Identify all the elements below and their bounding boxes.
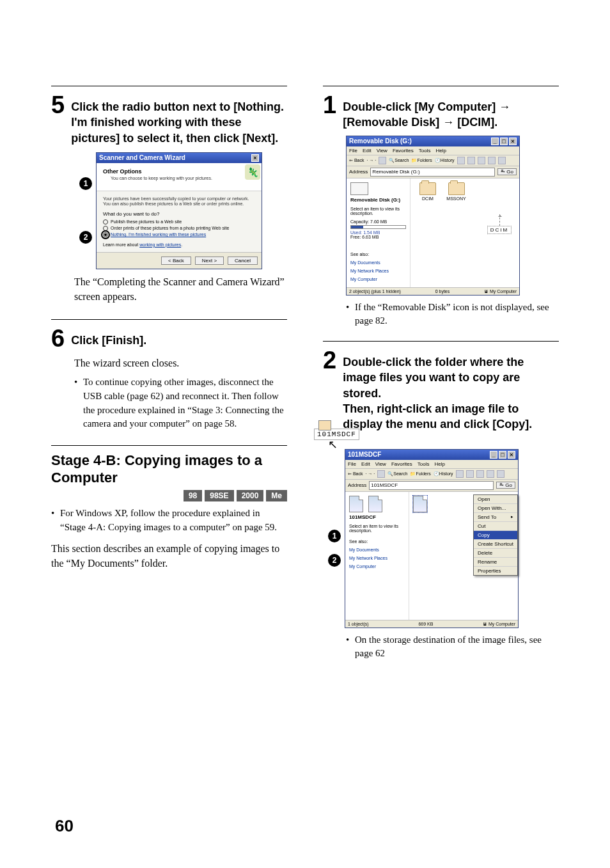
explorer2-wrap: 1 2 101MSDCF ↖ 101MSDCF _ □ × File Edit xyxy=(328,449,559,628)
step-1-note: If the “Removable Disk” icon is not disp… xyxy=(346,301,559,329)
free-label: Free: 6.63 MB xyxy=(350,235,406,239)
see-also-label: See also: xyxy=(349,539,405,544)
toolbar-icon[interactable] xyxy=(488,157,496,164)
cancel-button[interactable]: Cancel xyxy=(228,256,258,265)
link-mycomputer[interactable]: My Computer xyxy=(349,564,405,569)
maximize-icon[interactable]: □ xyxy=(499,451,506,459)
explorer2-left-pane: 101MSDCF Select an item to view its desc… xyxy=(345,492,409,620)
link-network[interactable]: My Network Places xyxy=(349,556,405,560)
menu-item[interactable]: Favorites xyxy=(391,461,412,467)
go-button[interactable]: ⥱ Go xyxy=(497,168,517,175)
menu-item[interactable]: Tools xyxy=(418,461,430,467)
next-button[interactable]: Next > xyxy=(195,256,224,265)
minimize-icon[interactable]: _ xyxy=(491,138,499,145)
dcim-label: DCIM xyxy=(487,226,512,234)
up-icon[interactable] xyxy=(377,470,385,478)
ctx-delete[interactable]: Delete xyxy=(474,549,517,558)
menu-item[interactable]: Edit xyxy=(361,461,370,467)
wizard-button-row: < Back Next > Cancel xyxy=(97,252,262,269)
toolbar-icon[interactable] xyxy=(457,157,465,164)
toolbar-icon[interactable] xyxy=(467,157,475,164)
menu-item[interactable]: View xyxy=(377,148,387,154)
maximize-icon[interactable]: □ xyxy=(500,138,508,145)
explorer2-window: 101MSDCF _ □ × File Edit View Favorites … xyxy=(345,449,519,628)
wizard-screenshot-wrap: 1 2 Scanner and Camera Wizard × 🦎 Other … xyxy=(79,152,287,269)
step-6-note: To continue copying other images, discon… xyxy=(74,375,287,431)
radio-order[interactable]: Order prints of these pictures from a ph… xyxy=(103,226,255,231)
image-file-selected[interactable] xyxy=(413,496,427,512)
address-input[interactable] xyxy=(369,481,494,490)
ctx-sendto[interactable]: Send To xyxy=(474,513,517,522)
close-icon[interactable]: × xyxy=(509,138,517,145)
folder-mssony[interactable]: MSSONY xyxy=(443,182,470,201)
explorer2-menubar: File Edit View Favorites Tools Help xyxy=(345,460,518,469)
ctx-cut[interactable]: Cut xyxy=(474,522,517,531)
toolbar-icon[interactable] xyxy=(498,157,506,164)
toolbar-icon[interactable] xyxy=(466,470,474,478)
ctx-copy[interactable]: Copy xyxy=(474,531,517,540)
back-button[interactable]: ⇐ Back xyxy=(348,471,363,477)
divider xyxy=(323,86,559,86)
step-5-text: Click the radio button next to [Nothing.… xyxy=(71,93,287,146)
learn-link[interactable]: working with pictures xyxy=(139,242,181,247)
file-icon xyxy=(368,496,382,512)
step-2: 2 Double-click the folder where the imag… xyxy=(323,348,559,432)
menu-item[interactable]: Tools xyxy=(419,148,431,154)
toolbar-icon[interactable] xyxy=(487,470,494,478)
close-icon[interactable]: × xyxy=(508,451,515,459)
up-icon[interactable] xyxy=(379,157,386,164)
radio-nothing[interactable]: Nothing. I'm finished working with these… xyxy=(103,232,255,237)
step-number: 2 xyxy=(323,348,336,372)
minimize-icon[interactable]: _ xyxy=(490,451,497,459)
search-button[interactable]: 🔍Search xyxy=(389,158,409,163)
link-network[interactable]: My Network Places xyxy=(350,269,406,273)
page-number: 60 xyxy=(55,816,74,836)
menu-item[interactable]: File xyxy=(349,148,357,154)
callout-column: 1 2 xyxy=(79,177,92,244)
link-mycomputer[interactable]: My Computer xyxy=(350,277,406,281)
ctx-openwith[interactable]: Open With... xyxy=(474,504,517,513)
ctx-open[interactable]: Open xyxy=(474,495,517,504)
wizard-question: What do you want to do? xyxy=(103,211,255,217)
folder-dcim[interactable]: DCIM xyxy=(414,182,441,201)
stage-4b-heading: Stage 4-B: Copying images to a Computer xyxy=(51,452,287,486)
menu-item[interactable]: File xyxy=(348,461,356,467)
select-hint: Select an item to view its description. xyxy=(349,524,405,533)
close-icon[interactable]: × xyxy=(251,154,259,162)
ctx-shortcut[interactable]: Create Shortcut xyxy=(474,540,517,549)
menu-item[interactable]: Favorites xyxy=(393,148,414,154)
explorer1-wrap: Removable Disk (G:) _ □ × File Edit View… xyxy=(346,136,559,296)
toolbar-icon[interactable] xyxy=(476,470,484,478)
history-button[interactable]: 🕘History xyxy=(434,471,453,477)
ctx-properties[interactable]: Properties xyxy=(474,567,517,575)
menu-item[interactable]: View xyxy=(375,461,386,467)
toolbar-icon[interactable] xyxy=(456,470,464,478)
ctx-rename[interactable]: Rename xyxy=(474,558,517,567)
menu-item[interactable]: Help xyxy=(434,461,444,467)
left-column: 5 Click the radio button next to [Nothin… xyxy=(51,77,287,661)
wizard-subheading: You can choose to keep working with your… xyxy=(111,176,255,180)
link-mydocs[interactable]: My Documents xyxy=(350,260,406,265)
back-button[interactable]: ⇐ Back xyxy=(349,158,364,163)
menu-item[interactable]: Edit xyxy=(363,148,371,154)
address-input[interactable] xyxy=(370,168,495,177)
folders-button[interactable]: 📁Folders xyxy=(410,471,430,477)
toolbar-icon[interactable] xyxy=(478,157,485,164)
radio-publish[interactable]: Publish these pictures to a Web site xyxy=(103,219,255,225)
explorer1-left-pane: Removable Disk (G:) Select an item to vi… xyxy=(347,178,411,287)
go-button[interactable]: ⥱ Go xyxy=(496,482,515,489)
folders-button[interactable]: 📁Folders xyxy=(411,158,432,163)
step-1: 1 Double-click [My Computer] → [Removabl… xyxy=(323,93,559,130)
history-button[interactable]: 🕘History xyxy=(435,158,455,163)
menu-item[interactable]: Help xyxy=(435,148,446,154)
left-pane-title: Removable Disk (G:) xyxy=(350,198,406,203)
step-2-notes: On the storage destination of the image … xyxy=(346,633,559,661)
toolbar-icon[interactable] xyxy=(497,470,504,478)
search-button[interactable]: 🔍Search xyxy=(387,471,407,477)
back-button[interactable]: < Back xyxy=(161,256,191,265)
explorer1-body: Removable Disk (G:) Select an item to vi… xyxy=(347,178,519,287)
drive-icon xyxy=(350,182,368,195)
step-5-result: The “Completing the Scanner and Camera W… xyxy=(74,274,287,304)
os-tag: Me xyxy=(266,490,287,501)
link-mydocs[interactable]: My Documents xyxy=(349,548,405,552)
